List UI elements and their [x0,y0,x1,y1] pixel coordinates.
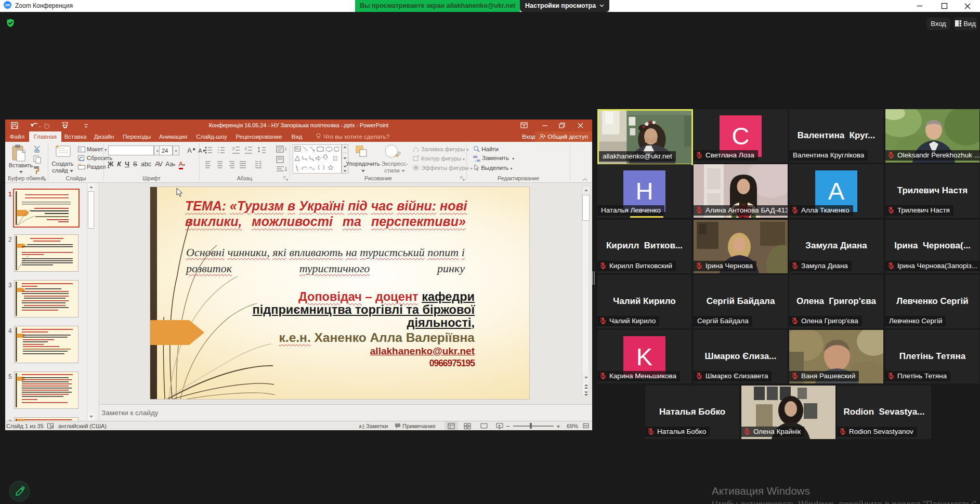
svg-text:ab: ab [473,155,477,158]
svg-text:→ac: →ac [473,158,480,162]
